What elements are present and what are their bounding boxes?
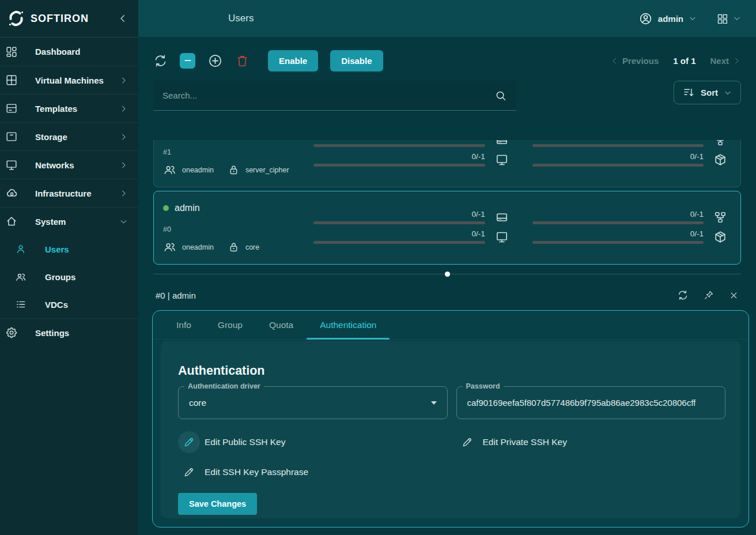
networks-icon <box>5 159 18 171</box>
tab-quota[interactable]: Quota <box>256 311 307 339</box>
sidebar-item-system[interactable]: System <box>0 207 138 235</box>
detail-title: #0 | admin <box>156 291 196 300</box>
pencil-icon <box>178 431 200 453</box>
toolbar: Enable Disable Previous 1 of 1 Next <box>153 49 741 72</box>
apps-menu-button[interactable] <box>716 13 741 25</box>
quota-value: 0/-1 <box>313 210 485 218</box>
pin-button[interactable] <box>704 290 714 300</box>
network-tree-icon <box>713 140 728 147</box>
save-changes-button[interactable]: Save Changes <box>178 493 257 515</box>
previous-page-button[interactable]: Previous <box>610 56 659 66</box>
chevron-right-icon <box>119 189 128 198</box>
storage-icon <box>5 130 18 143</box>
detail-panel: Info Group Quota Authentication Authenti… <box>152 310 749 528</box>
detail-tabs: Info Group Quota Authentication <box>153 311 749 340</box>
sidebar: SOFTIRON Dashboard Virtual Machines Temp… <box>0 0 138 535</box>
previous-label: Previous <box>622 56 659 66</box>
sidebar-item-virtual-machines[interactable]: Virtual Machines <box>0 66 138 94</box>
tab-info[interactable]: Info <box>163 311 205 339</box>
search-box <box>153 81 516 111</box>
vm-monitor-icon <box>494 230 509 244</box>
sidebar-item-label: Users <box>45 244 69 254</box>
minus-icon <box>182 55 194 66</box>
quota-bar <box>313 241 485 244</box>
detail-refresh-button[interactable] <box>677 289 689 301</box>
edit-ssh-key-passphrase-button[interactable]: Edit SSH Key Passphrase <box>178 461 448 484</box>
list-icon <box>15 299 27 310</box>
auth-driver: server_cipher <box>245 166 289 174</box>
delete-button[interactable] <box>235 54 250 68</box>
quota-value: 0/-1 <box>532 229 704 238</box>
tab-authentication[interactable]: Authentication <box>307 311 390 339</box>
dropdown-caret-icon <box>431 401 437 405</box>
refresh-button[interactable] <box>153 54 168 68</box>
sidebar-item-label: Infrastructure <box>35 189 92 198</box>
password-input[interactable] <box>467 398 715 408</box>
image-cube-icon <box>713 153 728 167</box>
auth-driver-label: Authentication driver <box>184 382 264 390</box>
enable-button[interactable]: Enable <box>268 50 318 71</box>
brand-name: SOFTIRON <box>31 13 89 25</box>
chevron-right-icon <box>119 76 128 85</box>
tab-group[interactable]: Group <box>205 311 256 339</box>
user-card-0[interactable]: admin #0 oneadmin core 0/-1 <box>153 191 741 265</box>
quota-value: 0/-1 <box>532 210 704 218</box>
quota-value: 0/-1 <box>313 152 485 161</box>
owner-group: oneadmin <box>182 243 214 251</box>
tab-label: Group <box>218 320 243 330</box>
chevron-down-icon <box>724 89 732 97</box>
tab-label: Quota <box>269 320 293 330</box>
page-info: 1 of 1 <box>673 56 695 66</box>
system-icon <box>5 215 18 228</box>
sidebar-collapse-button[interactable] <box>118 13 128 24</box>
sidebar-item-storage[interactable]: Storage <box>0 122 138 150</box>
quota-value: 0/-1 <box>532 140 704 141</box>
pencil-icon <box>456 431 478 453</box>
logo-row: SOFTIRON <box>0 0 138 37</box>
search-icon[interactable] <box>494 89 507 102</box>
edit-private-ssh-key-button[interactable]: Edit Private SSH Key <box>456 431 726 454</box>
sidebar-item-infrastructure[interactable]: Infrastructure <box>0 179 138 207</box>
sidebar-item-dashboard[interactable]: Dashboard <box>0 37 138 66</box>
sidebar-item-label: Settings <box>35 328 69 338</box>
page-title: Users <box>228 13 254 24</box>
user-icon <box>15 243 27 255</box>
sidebar-item-networks[interactable]: Networks <box>0 150 138 179</box>
user-card-1[interactable]: #1 oneadmin server_cipher 0/-1 <box>153 140 741 187</box>
dashboard-icon <box>5 46 18 58</box>
quota-bar <box>313 164 485 167</box>
sort-icon <box>683 86 695 99</box>
create-user-button[interactable] <box>207 53 223 69</box>
user-menu-button[interactable]: admin <box>638 12 697 26</box>
sidebar-item-settings[interactable]: Settings <box>0 318 138 346</box>
search-input[interactable] <box>162 91 494 100</box>
sidebar-nav: Dashboard Virtual Machines Templates Sto… <box>0 37 138 346</box>
sidebar-item-label: VDCs <box>45 300 68 310</box>
authentication-heading: Authentication <box>178 364 725 378</box>
scrollbar-thumb[interactable] <box>445 272 450 277</box>
chevron-right-icon <box>732 56 741 65</box>
quota-bar <box>532 144 704 147</box>
quota-bar <box>532 241 704 244</box>
groups-icon <box>15 271 27 283</box>
deselect-button[interactable] <box>180 53 195 69</box>
lock-icon <box>228 164 240 176</box>
auth-driver-select[interactable]: Authentication driver core <box>178 386 448 419</box>
lock-icon <box>228 241 240 253</box>
image-cube-icon <box>713 230 728 244</box>
sidebar-item-users[interactable]: Users <box>0 235 138 263</box>
user-id: #1 <box>163 148 313 157</box>
edit-public-ssh-key-button[interactable]: Edit Public SSH Key <box>178 431 448 454</box>
vm-monitor-icon <box>494 153 509 167</box>
disable-button[interactable]: Disable <box>330 50 383 71</box>
close-button[interactable] <box>729 291 739 300</box>
sidebar-item-vdcs[interactable]: VDCs <box>0 291 138 318</box>
next-page-button[interactable]: Next <box>710 56 741 66</box>
sidebar-item-groups[interactable]: Groups <box>0 263 138 291</box>
sort-button[interactable]: Sort <box>674 81 741 104</box>
edit-private-ssh-key-label: Edit Private SSH Key <box>483 437 567 447</box>
user-circle-icon <box>638 12 653 26</box>
sidebar-item-templates[interactable]: Templates <box>0 94 138 122</box>
chevron-down-icon <box>119 217 128 226</box>
quota-bar <box>313 144 485 147</box>
